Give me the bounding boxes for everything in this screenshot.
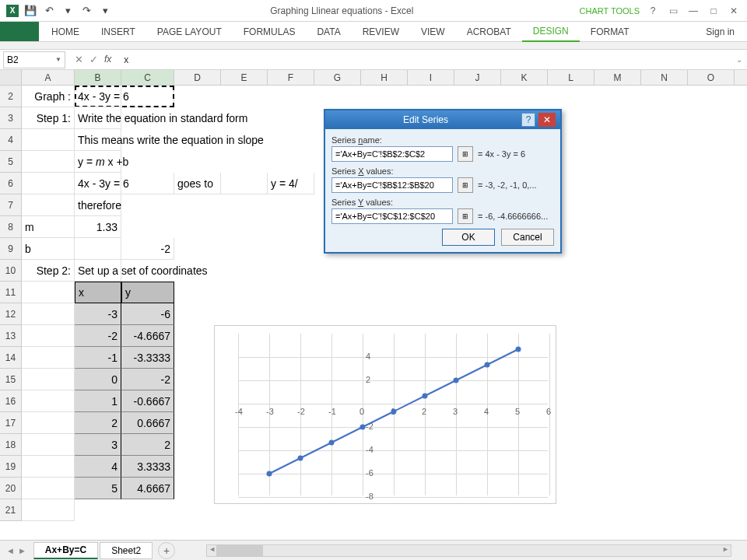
- row-header[interactable]: 12: [0, 303, 22, 325]
- formula-input[interactable]: x: [117, 54, 731, 65]
- cell[interactable]: [22, 478, 75, 499]
- chart[interactable]: -8-6-4-224-4-3-2-10123456: [214, 325, 556, 504]
- data-point[interactable]: [391, 409, 397, 415]
- cell[interactable]: -6: [121, 303, 174, 325]
- file-tab[interactable]: [0, 22, 39, 41]
- redo-icon[interactable]: ↷: [79, 4, 93, 18]
- horizontal-scrollbar[interactable]: ◄ ►: [206, 544, 731, 557]
- cell[interactable]: [22, 499, 75, 521]
- close-icon[interactable]: ✕: [538, 113, 556, 127]
- row-header[interactable]: 5: [0, 151, 22, 173]
- col-header[interactable]: E: [221, 70, 268, 85]
- cell[interactable]: Step 1:: [22, 107, 75, 129]
- cell[interactable]: [22, 282, 75, 303]
- tab-data[interactable]: DATA: [306, 22, 351, 42]
- cell[interactable]: 4.6667: [121, 478, 174, 499]
- cell[interactable]: -2: [121, 369, 174, 390]
- row-header[interactable]: 15: [0, 369, 22, 390]
- cell[interactable]: -4.6667: [121, 325, 174, 347]
- cell[interactable]: 0.6667: [121, 412, 174, 434]
- col-header[interactable]: G: [314, 70, 361, 85]
- cell[interactable]: y: [121, 282, 174, 303]
- cell[interactable]: 5: [75, 478, 121, 499]
- cell[interactable]: -3.3333: [121, 347, 174, 369]
- row-header[interactable]: 21: [0, 499, 22, 521]
- cell[interactable]: 4x - 3y = 6: [75, 173, 121, 194]
- tab-format[interactable]: FORMAT: [580, 22, 640, 42]
- col-header[interactable]: L: [548, 70, 594, 85]
- tab-view[interactable]: VIEW: [410, 22, 456, 42]
- row-header[interactable]: 19: [0, 456, 22, 478]
- row-header[interactable]: 3: [0, 107, 22, 129]
- cell[interactable]: Step 2:: [22, 260, 75, 282]
- cancel-button[interactable]: Cancel: [501, 229, 554, 246]
- cell[interactable]: goes to: [174, 173, 221, 194]
- range-selector-icon[interactable]: ⊞: [458, 146, 473, 162]
- col-header[interactable]: M: [594, 70, 641, 85]
- col-header[interactable]: J: [454, 70, 501, 85]
- dialog-titlebar[interactable]: Edit Series ? ✕: [325, 110, 560, 129]
- cell[interactable]: therefore: [75, 194, 121, 216]
- tab-insert[interactable]: INSERT: [90, 22, 146, 42]
- row-header[interactable]: 18: [0, 434, 22, 456]
- cell[interactable]: -2: [75, 325, 121, 347]
- enter-formula-icon[interactable]: ✓: [89, 54, 98, 65]
- cancel-formula-icon[interactable]: ✕: [75, 54, 83, 65]
- fx-icon[interactable]: fx: [104, 54, 111, 65]
- data-point[interactable]: [485, 362, 490, 368]
- tab-acrobat[interactable]: ACROBAT: [456, 22, 522, 42]
- chevron-down-icon[interactable]: ▼: [55, 56, 61, 63]
- expand-formula-icon[interactable]: ⌄: [731, 55, 747, 64]
- tab-review[interactable]: REVIEW: [352, 22, 410, 42]
- col-header[interactable]: H: [361, 70, 408, 85]
- cell[interactable]: Write the equation in standard form: [75, 107, 121, 129]
- data-point[interactable]: [298, 456, 303, 461]
- name-box[interactable]: B2 ▼: [3, 51, 65, 68]
- series-y-input[interactable]: [331, 208, 453, 224]
- undo-icon[interactable]: ↶: [42, 4, 56, 18]
- row-header[interactable]: 2: [0, 86, 22, 107]
- col-header[interactable]: F: [268, 70, 314, 85]
- minimize-icon[interactable]: —: [688, 5, 699, 16]
- cell[interactable]: [75, 238, 121, 260]
- tab-design[interactable]: DESIGN: [522, 22, 580, 42]
- add-sheet-button[interactable]: +: [158, 542, 175, 559]
- col-header[interactable]: K: [501, 70, 548, 85]
- cell[interactable]: [121, 86, 174, 107]
- cell[interactable]: 0: [75, 369, 121, 390]
- col-header[interactable]: B: [75, 70, 121, 85]
- cell[interactable]: [22, 412, 75, 434]
- next-sheet-icon[interactable]: ►: [18, 546, 26, 555]
- qat-dropdown-icon[interactable]: ▾: [61, 4, 75, 18]
- cell[interactable]: [22, 390, 75, 412]
- prev-sheet-icon[interactable]: ◄: [6, 546, 15, 555]
- data-point[interactable]: [423, 393, 428, 398]
- col-header[interactable]: I: [408, 70, 454, 85]
- cell[interactable]: [221, 173, 268, 194]
- cell[interactable]: 3.3333: [121, 456, 174, 478]
- help-icon[interactable]: ?: [521, 113, 535, 127]
- scrollbar-thumb[interactable]: [216, 545, 263, 556]
- series-name-input[interactable]: [331, 146, 453, 162]
- row-header[interactable]: 20: [0, 478, 22, 499]
- col-header[interactable]: A: [22, 70, 75, 85]
- ribbon-display-icon[interactable]: ▭: [668, 5, 679, 16]
- range-selector-icon[interactable]: ⊞: [458, 208, 473, 224]
- col-header[interactable]: C: [121, 70, 174, 85]
- cell[interactable]: [22, 456, 75, 478]
- cell[interactable]: [22, 303, 75, 325]
- data-point[interactable]: [454, 378, 459, 383]
- cell[interactable]: b: [22, 238, 75, 260]
- cell[interactable]: -1: [75, 347, 121, 369]
- cell[interactable]: Set up a set of coordinates: [75, 260, 121, 282]
- data-point[interactable]: [329, 439, 335, 445]
- tab-formulas[interactable]: FORMULAS: [233, 22, 307, 42]
- row-header[interactable]: 7: [0, 194, 22, 216]
- cell[interactable]: [22, 325, 75, 347]
- row-header[interactable]: 16: [0, 390, 22, 412]
- row-header[interactable]: 17: [0, 412, 22, 434]
- cell[interactable]: 4x - 3y = 6: [75, 86, 121, 107]
- col-header[interactable]: N: [641, 70, 688, 85]
- cell[interactable]: [22, 129, 75, 151]
- row-header[interactable]: 9: [0, 238, 22, 260]
